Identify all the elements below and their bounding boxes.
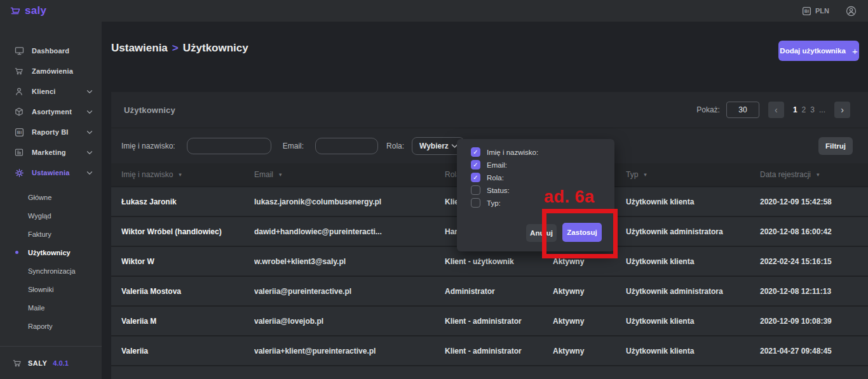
topbar-right: Bi PLN: [802, 6, 857, 17]
show-label: Pokaż:: [696, 105, 720, 114]
column-toggle-rola[interactable]: ✓Rola:: [471, 173, 538, 182]
sidebar-item-ustawienia[interactable]: Ustawienia: [0, 163, 102, 183]
sidebar-subitem-label: Synchronizacja: [28, 267, 76, 275]
unchecked-checkbox-icon[interactable]: [471, 198, 480, 208]
column-toggle-imie-i-nazwisko[interactable]: ✓Imię i nazwisko:: [471, 147, 538, 157]
sort-caret-icon[interactable]: ▾: [644, 171, 647, 178]
sidebar-item-klienci[interactable]: Klienci: [0, 81, 102, 102]
brand-name: saly: [25, 4, 46, 17]
checked-checkbox-icon[interactable]: ✓: [471, 173, 480, 182]
filter-email-label: Email:: [283, 142, 304, 150]
svg-text:Bi: Bi: [804, 8, 810, 14]
table-row[interactable]: Valeriia Mvaleriia@lovejob.plKlient - ad…: [111, 307, 868, 336]
sidebar: DashboardZamówieniaKlienciAsortymentBiRa…: [0, 22, 102, 379]
page-number-dotdotdot[interactable]: ...: [819, 105, 825, 114]
sidebar-subitem-label: Główne: [28, 194, 51, 201]
column-toggle-label: Status:: [487, 187, 510, 194]
sort-caret-icon[interactable]: ▾: [279, 171, 282, 178]
cell-email: dawid+handlowiec@pureinteracti...: [254, 227, 445, 236]
panel-title: Użytkownicy: [124, 105, 175, 115]
sidebar-settings-subnav: GłówneWyglądFakturyUżytkownicySynchroniz…: [0, 183, 102, 335]
column-toggle-label: Typ:: [487, 199, 501, 207]
apply-button[interactable]: Zastosuj: [562, 223, 602, 242]
page-size-input[interactable]: [726, 102, 759, 118]
app-name: SALY: [28, 359, 47, 367]
column-header-label: Email: [254, 170, 273, 179]
column-header-label: Data rejestracji: [760, 170, 811, 179]
unchecked-checkbox-icon[interactable]: [471, 185, 480, 195]
sidebar-item-label: Marketing: [32, 149, 66, 156]
sidebar-subitem-label: Wygląd: [28, 212, 51, 220]
column-header-label: Typ: [626, 170, 638, 179]
checked-checkbox-icon[interactable]: ✓: [471, 160, 480, 170]
add-user-label: Dodaj użytkownika: [780, 47, 846, 55]
annotation-label: ad. 6a: [544, 187, 595, 207]
column-toggle-label: Email:: [487, 161, 507, 169]
cell-status: Aktywny: [553, 317, 626, 326]
column-header-typ[interactable]: Typ▾: [626, 170, 760, 179]
chevron-down-icon: [86, 110, 93, 114]
topbar: saly Bi PLN: [0, 0, 868, 22]
filter-name-input[interactable]: [187, 138, 271, 154]
sort-caret-icon[interactable]: ▾: [179, 171, 182, 178]
sidebar-item-dashboard[interactable]: Dashboard: [0, 41, 102, 61]
sidebar-subitem-faktury[interactable]: Faktury: [0, 225, 102, 243]
sidebar-item-marketing[interactable]: Marketing: [0, 142, 102, 163]
table-row[interactable]: Valeriiavaleriia+klient@pureinteractive.…: [111, 336, 868, 366]
column-toggle-email[interactable]: ✓Email:: [471, 160, 538, 170]
app-version: 4.0.1: [53, 359, 68, 367]
next-page-button[interactable]: ›: [834, 102, 850, 118]
sidebar-item-raporty-bi[interactable]: BiRaporty BI: [0, 122, 102, 142]
sidebar-subitem-synchronizacja[interactable]: Synchronizacja: [0, 262, 102, 280]
monitor-icon: [14, 46, 24, 55]
column-toggle-typ[interactable]: Typ:: [471, 198, 538, 208]
column-header-imie-i-nazwisko[interactable]: Imię i nazwisko▾: [121, 170, 254, 179]
breadcrumb-current: Użytkownicy: [183, 42, 248, 54]
chevron-down-icon: [86, 90, 93, 94]
sidebar-subitem-wyglad[interactable]: Wygląd: [0, 206, 102, 225]
sidebar-subitem-uzytkownicy[interactable]: Użytkownicy: [0, 243, 102, 262]
table-row[interactable]: Wiktor Ww.wrobel+klient3@saly.plKlient -…: [111, 247, 868, 277]
sort-caret-icon[interactable]: ▾: [817, 171, 820, 178]
svg-text:Bi: Bi: [17, 130, 22, 135]
page-number-1[interactable]: 1: [793, 105, 797, 114]
popup-options: ✓Imię i nazwisko:✓Email:✓Rola:Status:Typ…: [471, 147, 538, 208]
sidebar-subitem-g-owne[interactable]: Główne: [0, 188, 102, 206]
cell-imie-i-nazwisko: Wiktor W: [121, 257, 254, 266]
column-header-email[interactable]: Email▾: [254, 170, 445, 179]
prev-page-button[interactable]: ‹: [768, 102, 784, 118]
cell-status: Aktywny: [553, 287, 626, 296]
sidebar-subitem-label: Słowniki: [28, 286, 53, 293]
table-row-partial: [111, 366, 868, 379]
page-number-2[interactable]: 2: [802, 105, 806, 114]
table-row[interactable]: Valeriia Mostovavaleriia@pureinteractive…: [111, 277, 868, 307]
cell-email: valeriia@lovejob.pl: [254, 317, 445, 326]
cell-imie-i-nazwisko: Łukasz Jaronik: [121, 197, 254, 206]
sidebar-subitem-raporty[interactable]: Raporty: [0, 317, 102, 335]
breadcrumb-parent[interactable]: Ustawienia: [111, 42, 168, 54]
chevron-down-icon: [86, 130, 93, 135]
gear-icon: [14, 168, 24, 178]
panel-header: Użytkownicy Pokaż: ‹ 123... ›: [111, 92, 868, 128]
page-number-3[interactable]: 3: [810, 105, 815, 114]
cell-rola: Klient - administrator: [445, 347, 553, 356]
cell-imie-i-nazwisko: Valeriia M: [121, 317, 254, 326]
cancel-button[interactable]: Anuluj: [526, 224, 557, 242]
currency-label[interactable]: PLN: [815, 7, 829, 15]
sidebar-item-zamowienia[interactable]: Zamówienia: [0, 61, 102, 81]
checked-checkbox-icon[interactable]: ✓: [471, 147, 480, 157]
user-avatar-icon[interactable]: [846, 6, 857, 17]
filter-name-label: Imię i nazwisko:: [121, 142, 175, 150]
cell-data-rejestracji: 2021-04-27 09:48:45: [760, 347, 868, 356]
brand-logo[interactable]: saly: [10, 4, 46, 17]
sidebar-subitem-maile[interactable]: Maile: [0, 298, 102, 317]
sidebar-subitem-s-owniki[interactable]: Słowniki: [0, 280, 102, 298]
add-user-button[interactable]: Dodaj użytkownika +: [778, 41, 859, 61]
column-toggle-status[interactable]: Status:: [471, 185, 538, 195]
filter-submit-button[interactable]: Filtruj: [818, 137, 853, 155]
sidebar-subitem-label: Faktury: [28, 230, 51, 238]
filter-email-input[interactable]: [315, 138, 378, 154]
column-toggle-label: Rola:: [487, 174, 504, 182]
column-header-data-rejestracji[interactable]: Data rejestracji▾: [760, 170, 868, 179]
sidebar-item-asortyment[interactable]: Asortyment: [0, 102, 102, 122]
